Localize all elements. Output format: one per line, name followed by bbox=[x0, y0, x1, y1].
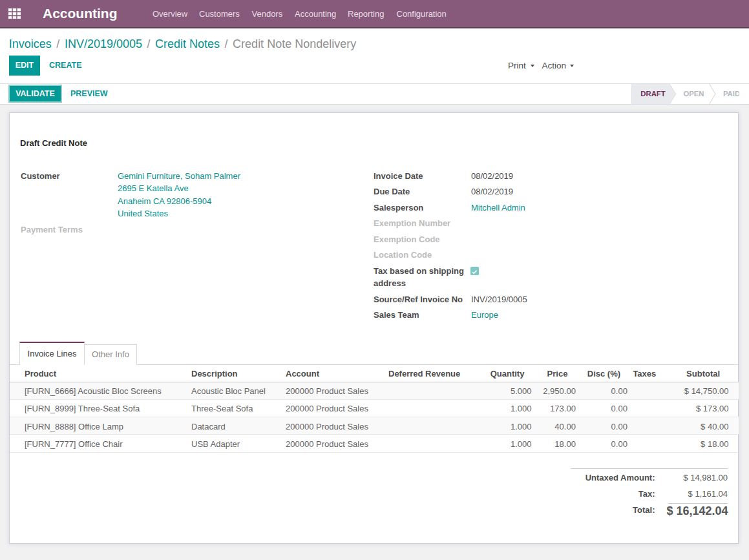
svg-text:DRAFT: DRAFT bbox=[640, 90, 665, 98]
svg-text:OPEN: OPEN bbox=[683, 90, 704, 98]
svg-text:PAID: PAID bbox=[723, 90, 739, 98]
